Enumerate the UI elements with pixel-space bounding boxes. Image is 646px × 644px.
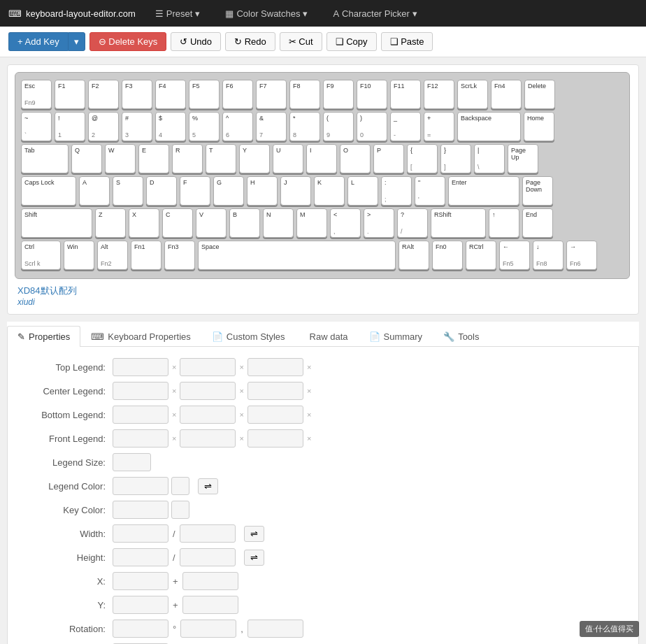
key[interactable]: J <box>280 176 311 206</box>
width-swap[interactable]: ⇌ <box>244 526 264 542</box>
bottom-legend-input-3[interactable] <box>247 406 303 424</box>
key-color-swatch[interactable] <box>171 501 189 519</box>
rotation-input-3[interactable] <box>247 620 303 638</box>
key[interactable]: !1 <box>55 112 85 141</box>
key[interactable]: M <box>296 208 327 238</box>
top-legend-clear-3[interactable]: × <box>306 363 312 371</box>
key[interactable]: Fn1 <box>131 241 162 270</box>
bottom-legend-input-2[interactable] <box>180 406 236 424</box>
key[interactable]: Enter <box>448 176 519 206</box>
key[interactable]: F1 <box>55 80 85 109</box>
key[interactable]: AltFn2 <box>97 241 128 270</box>
key[interactable]: CtrlScrl k <box>21 241 61 270</box>
bottom-legend-clear-3[interactable]: × <box>306 410 312 419</box>
key[interactable]: Page Down <box>522 176 553 206</box>
height-input-2[interactable] <box>180 548 236 566</box>
key[interactable]: W <box>105 144 136 173</box>
legend-color-swatch[interactable] <box>171 477 189 495</box>
delete-keys-button[interactable]: ⊖ Delete Keys <box>89 32 167 51</box>
key[interactable]: <, <box>330 208 361 238</box>
undo-button[interactable]: ↺ Undo <box>171 32 221 51</box>
key[interactable]: C <box>162 208 193 238</box>
key[interactable]: P <box>373 144 404 173</box>
key[interactable]: $4 <box>155 112 186 141</box>
front-legend-input-1[interactable] <box>113 429 168 448</box>
key[interactable]: >. <box>364 208 394 238</box>
key[interactable]: B <box>229 208 260 238</box>
key[interactable]: ^6 <box>222 112 253 141</box>
key[interactable]: RAlt <box>399 241 429 270</box>
key[interactable]: V <box>196 208 227 238</box>
key[interactable]: G <box>213 176 244 206</box>
width-input-2[interactable] <box>180 524 236 543</box>
key[interactable]: EscFn9 <box>21 80 52 109</box>
center-legend-input-1[interactable] <box>113 382 168 400</box>
key[interactable]: F3 <box>122 80 152 109</box>
front-legend-clear-3[interactable]: × <box>306 434 312 443</box>
legend-color-input[interactable] <box>113 477 168 495</box>
height-input-1[interactable] <box>113 548 168 566</box>
key[interactable]: RCtrl <box>466 241 496 270</box>
key[interactable]: ↓Fn8 <box>533 241 564 270</box>
y-input-1[interactable] <box>113 596 168 614</box>
top-legend-input-3[interactable] <box>247 358 303 376</box>
tab-raw-data[interactable]: Raw data <box>296 326 359 347</box>
key[interactable]: &7 <box>256 112 287 141</box>
key[interactable]: Caps Lock <box>21 176 76 206</box>
key[interactable]: A <box>79 176 110 206</box>
key[interactable]: @2 <box>88 112 119 141</box>
key[interactable]: Tab <box>21 144 69 173</box>
key[interactable]: E <box>138 144 169 173</box>
x-input-1[interactable] <box>113 572 168 590</box>
key[interactable]: F7 <box>256 80 287 109</box>
key[interactable]: L <box>347 176 378 206</box>
key-color-input[interactable] <box>113 501 168 519</box>
key[interactable]: Z <box>95 208 126 238</box>
key[interactable]: += <box>424 112 454 141</box>
key[interactable]: Backspace <box>457 112 521 141</box>
key[interactable]: Q <box>71 144 102 173</box>
front-legend-clear-2[interactable]: × <box>238 434 244 443</box>
key[interactable]: |\ <box>474 144 505 173</box>
key[interactable]: Fn4 <box>491 80 522 109</box>
key[interactable]: ↑ <box>489 208 519 238</box>
center-legend-input-3[interactable] <box>247 382 303 400</box>
key[interactable]: O <box>340 144 371 173</box>
keyboard-subtitle[interactable]: xiudi <box>17 297 629 307</box>
front-legend-clear-1[interactable]: × <box>171 434 177 443</box>
key[interactable]: F <box>180 176 210 206</box>
key[interactable]: Y <box>239 144 270 173</box>
key[interactable]: F6 <box>222 80 253 109</box>
key[interactable]: R <box>172 144 203 173</box>
key[interactable]: (9 <box>323 112 354 141</box>
key[interactable]: }] <box>440 144 471 173</box>
key[interactable]: F5 <box>189 80 220 109</box>
key[interactable]: F4 <box>155 80 186 109</box>
add-key-button[interactable]: + Add Key <box>8 32 68 51</box>
key[interactable]: :; <box>381 176 412 206</box>
key[interactable]: End <box>522 208 553 238</box>
tab-tools[interactable]: 🔧Tools <box>433 326 489 347</box>
nav-character-picker[interactable]: A Character Picker ▾ <box>327 6 422 22</box>
tab-summary[interactable]: 📄Summary <box>359 326 433 347</box>
key[interactable]: Fn0 <box>432 241 463 270</box>
key[interactable]: ?/ <box>397 208 428 238</box>
width-input-1[interactable] <box>113 524 168 543</box>
key[interactable]: ScrLk <box>457 80 488 109</box>
add-key-dropdown[interactable]: ▾ <box>68 32 85 51</box>
paste-button[interactable]: ❑ Paste <box>381 32 433 51</box>
key[interactable]: )0 <box>357 112 387 141</box>
nav-preset[interactable]: ☰ Preset ▾ <box>150 6 206 22</box>
bottom-legend-clear-2[interactable]: × <box>238 410 244 419</box>
key[interactable]: ←Fn5 <box>499 241 530 270</box>
center-legend-clear-1[interactable]: × <box>171 387 177 395</box>
bottom-legend-clear-1[interactable]: × <box>171 410 177 419</box>
key[interactable]: →Fn6 <box>566 241 597 270</box>
key[interactable]: N <box>263 208 294 238</box>
center-legend-clear-3[interactable]: × <box>306 387 312 395</box>
top-legend-clear-2[interactable]: × <box>238 363 244 371</box>
key[interactable]: ~` <box>21 112 52 141</box>
key[interactable]: D <box>146 176 177 206</box>
key[interactable]: F10 <box>357 80 387 109</box>
top-legend-input-1[interactable] <box>113 358 168 376</box>
